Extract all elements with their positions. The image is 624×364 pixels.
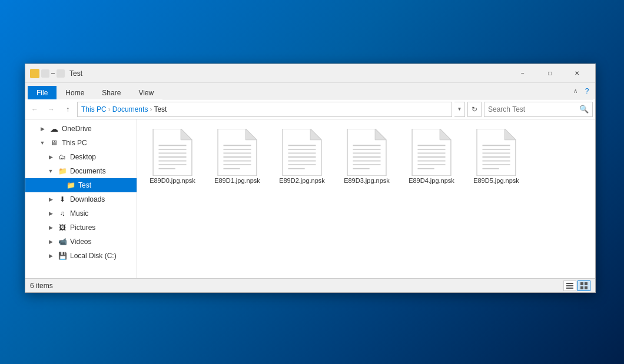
explorer-window: Test − □ ✕ File Home Share View ∧ ? ← → … [25, 64, 596, 293]
sidebar-item-onedrive[interactable]: ▶ ☁ OneDrive [25, 122, 137, 136]
svg-marker-12 [245, 129, 257, 140]
videos-icon: 📹 [57, 236, 68, 247]
ribbon-tabs: File Home Share View ∧ ? [25, 83, 595, 99]
tab-share[interactable]: Share [93, 86, 130, 99]
back-button[interactable]: ← [28, 102, 42, 116]
svg-rect-62 [585, 286, 588, 289]
forward-button[interactable]: → [44, 102, 58, 116]
pictures-icon: 🖼 [57, 222, 68, 233]
breadcrumb-thispc[interactable]: This PC [81, 105, 107, 113]
svg-rect-60 [585, 282, 588, 285]
file-item[interactable]: E89D4.jpg.npsk [402, 125, 461, 188]
sidebar-label-onedrive: OneDrive [62, 125, 92, 133]
search-input[interactable] [488, 105, 577, 113]
file-icon [346, 129, 387, 176]
search-box: 🔍 [484, 102, 593, 117]
breadcrumb-dropdown[interactable]: ▼ [454, 102, 465, 117]
breadcrumb: This PC › Documents › Test [77, 102, 452, 117]
sidebar-item-thispc[interactable]: ▼ 🖥 This PC [25, 136, 137, 150]
expand-icon-pictures: ▶ [47, 225, 55, 231]
sidebar: ▶ ☁ OneDrive ▼ 🖥 This PC ▶ 🗂 Desktop ▼ 📁… [25, 119, 137, 278]
details-view-button[interactable] [563, 280, 576, 291]
svg-marker-30 [375, 129, 386, 140]
refresh-button[interactable]: ↻ [467, 102, 482, 117]
expand-icon-documents: ▼ [47, 168, 55, 174]
expand-icon-localdisk: ▶ [47, 253, 55, 259]
file-icon [411, 129, 452, 176]
sidebar-label-test: Test [78, 181, 91, 189]
file-label: E89D3.jpg.npsk [344, 177, 390, 184]
sidebar-label-localdisk: Local Disk (C:) [70, 252, 117, 260]
title-divider [51, 73, 55, 74]
file-label: E89D2.jpg.npsk [279, 177, 325, 184]
test-icon: 📁 [65, 180, 76, 191]
file-item[interactable]: E89D0.jpg.npsk [143, 125, 202, 188]
up-button[interactable]: ↑ [61, 102, 75, 116]
music-icon: ♫ [57, 208, 68, 219]
sidebar-label-music: Music [70, 209, 88, 218]
file-icon [281, 129, 323, 176]
sidebar-label-downloads: Downloads [70, 195, 105, 203]
sidebar-item-music[interactable]: ▶ ♫ Music [25, 206, 137, 221]
svg-marker-3 [181, 129, 192, 140]
maximize-button[interactable]: □ [536, 64, 563, 83]
close-button[interactable]: ✕ [563, 64, 590, 83]
svg-rect-59 [580, 282, 583, 285]
breadcrumb-sep1: › [108, 105, 111, 113]
ribbon: File Home Share View ∧ ? [25, 83, 595, 99]
sidebar-label-desktop: Desktop [70, 153, 96, 161]
file-item[interactable]: E89D5.jpg.npsk [467, 125, 526, 188]
onedrive-icon: ☁ [49, 123, 59, 134]
window-title: Test [69, 69, 509, 78]
svg-rect-56 [566, 283, 573, 284]
localdisk-icon: 💾 [57, 251, 68, 261]
file-icon [152, 129, 193, 176]
file-label: E89D4.jpg.npsk [409, 177, 454, 184]
sidebar-item-localdisk[interactable]: ▶ 💾 Local Disk (C:) [25, 249, 137, 263]
file-item[interactable]: E89D2.jpg.npsk [273, 125, 331, 188]
sidebar-item-desktop[interactable]: ▶ 🗂 Desktop [25, 150, 137, 164]
help-btn[interactable]: ? [581, 83, 593, 99]
file-label: E89D0.jpg.npsk [150, 177, 195, 184]
title-small-icon2 [57, 69, 65, 78]
status-count: 6 items [30, 282, 53, 290]
titlebar: Test − □ ✕ [25, 64, 595, 83]
sidebar-item-documents[interactable]: ▼ 📁 Documents [25, 164, 137, 178]
file-item[interactable]: E89D3.jpg.npsk [337, 125, 396, 188]
search-button[interactable]: 🔍 [579, 105, 589, 114]
address-bar: ← → ↑ This PC › Documents › Test ▼ ↻ 🔍 [25, 99, 595, 119]
sidebar-item-downloads[interactable]: ▶ ⬇ Downloads [25, 192, 137, 206]
ribbon-expand-btn[interactable]: ∧ [569, 83, 581, 99]
downloads-icon: ⬇ [57, 194, 68, 205]
svg-rect-58 [566, 288, 573, 289]
tab-file[interactable]: File [28, 86, 57, 99]
sidebar-item-pictures[interactable]: ▶ 🖼 Pictures [25, 221, 137, 235]
sidebar-item-videos[interactable]: ▶ 📹 Videos [25, 235, 137, 249]
titlebar-icons [30, 69, 65, 78]
tab-view[interactable]: View [130, 86, 162, 99]
minimize-button[interactable]: − [509, 64, 536, 83]
desktop-icon: 🗂 [57, 152, 68, 162]
breadcrumb-documents[interactable]: Documents [112, 105, 148, 113]
file-label: E89D5.jpg.npsk [473, 177, 519, 184]
file-icon [476, 129, 517, 176]
svg-marker-21 [310, 129, 321, 140]
expand-icon-downloads: ▶ [47, 196, 55, 202]
breadcrumb-sep2: › [150, 105, 152, 113]
tab-home[interactable]: Home [57, 86, 93, 99]
svg-marker-39 [440, 129, 451, 140]
expand-icon-desktop: ▶ [47, 154, 55, 160]
file-item[interactable]: E89D1.jpg.npsk [208, 125, 267, 188]
expand-icon-thispc: ▼ [38, 140, 47, 146]
expand-icon-videos: ▶ [47, 239, 55, 245]
file-area: E89D0.jpg.npsk E89D1.jpg.npsk [137, 119, 595, 278]
expand-icon-onedrive: ▶ [38, 126, 47, 132]
sidebar-label-videos: Videos [70, 238, 91, 246]
large-icons-view-button[interactable] [577, 280, 590, 291]
view-buttons [563, 280, 590, 291]
svg-rect-1 [31, 71, 34, 72]
sidebar-item-test[interactable]: 📁 Test [25, 178, 137, 192]
svg-marker-48 [504, 129, 516, 140]
sidebar-label-thispc: This PC [62, 139, 87, 147]
file-icon [217, 129, 258, 176]
